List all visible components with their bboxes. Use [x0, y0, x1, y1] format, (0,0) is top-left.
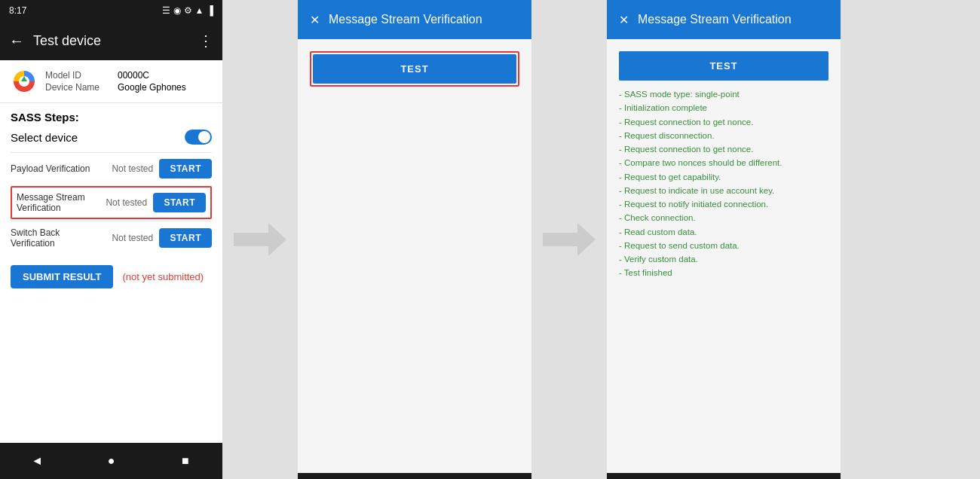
dialog-2-close-button[interactable]: ✕	[619, 13, 629, 27]
step-status-message-stream: Not tested	[106, 197, 147, 208]
sass-title: SASS Steps:	[11, 111, 212, 124]
nav-back-button[interactable]: ◄	[22, 446, 52, 476]
log-line: - Verify custom data.	[619, 253, 828, 266]
log-line: - Initialization complete	[619, 102, 828, 114]
arrow-1-container	[222, 0, 298, 479]
device-details: Model ID 00000C Device Name Google Gphon…	[45, 70, 186, 93]
phone-panel: 8:17 ☰ ◉ ⚙ ▲ ▐ ← Test device ⋮	[0, 0, 222, 479]
step-label-switch-back: Switch Back Verification	[11, 227, 106, 249]
test-btn-wrapper: TEST	[310, 51, 519, 87]
menu-button[interactable]: ⋮	[198, 32, 213, 50]
test-button-1[interactable]: TEST	[313, 54, 516, 84]
log-line: - Request to get capability.	[619, 171, 828, 184]
battery-icon: ▐	[207, 5, 213, 16]
dialog-2-bottom-bar	[607, 473, 841, 479]
log-line: - Request to notify initiated connection…	[619, 198, 828, 211]
step-label-message-stream: Message StreamVerification	[17, 192, 100, 213]
step-label-payload: Payload Verification	[11, 163, 106, 174]
sass-section: SASS Steps: Select device Payload Verifi…	[0, 103, 222, 296]
step-status-payload: Not tested	[112, 163, 153, 174]
device-name-value: Google Gphones	[118, 82, 186, 93]
start-button-switch-back[interactable]: START	[159, 228, 212, 248]
device-name-label: Device Name	[45, 82, 106, 93]
arrow-2-head	[577, 223, 596, 256]
dialog-2-panel: ✕ Message Stream Verification TEST - SAS…	[607, 0, 841, 479]
status-time: 8:17	[9, 5, 26, 16]
log-line: - Request to indicate in use account key…	[619, 185, 828, 197]
phone-nav: ◄ ● ■	[0, 443, 222, 479]
log-line: - Request to send custom data.	[619, 240, 828, 252]
dialog-1-body: TEST	[298, 39, 531, 473]
phone-content: Model ID 00000C Device Name Google Gphon…	[0, 60, 222, 443]
select-device-label: Select device	[11, 131, 78, 144]
log-lines: - SASS mode type: single-point- Initiali…	[619, 88, 828, 280]
step-row-switch-back: Switch Back Verification Not tested STAR…	[11, 221, 212, 255]
dialog-2-title: Message Stream Verification	[638, 13, 828, 26]
status-bar: 8:17 ☰ ◉ ⚙ ▲ ▐	[0, 0, 222, 21]
model-value: 00000C	[118, 70, 149, 81]
select-device-row: Select device	[11, 130, 212, 145]
nav-home-button[interactable]: ●	[96, 446, 126, 476]
log-line: - Request connection to get nonce.	[619, 116, 828, 129]
model-row: Model ID 00000C	[45, 70, 186, 81]
dialog-1-bottom-bar	[298, 473, 531, 479]
dialog-1-close-button[interactable]: ✕	[310, 13, 320, 27]
log-line: - Test finished	[619, 267, 828, 279]
log-line: - Request connection to get nonce.	[619, 143, 828, 156]
google-logo-icon	[11, 68, 38, 95]
settings-icon: ⚙	[184, 5, 192, 16]
step-status-switch-back: Not tested	[112, 233, 153, 243]
step-row-payload: Payload Verification Not tested START	[11, 152, 212, 185]
arrow-1-head	[268, 223, 286, 256]
main-layout: 8:17 ☰ ◉ ⚙ ▲ ▐ ← Test device ⋮	[0, 0, 980, 479]
dialog-2-body: TEST - SASS mode type: single-point- Ini…	[607, 39, 841, 473]
start-button-message-stream[interactable]: START	[153, 193, 206, 212]
test-button-2[interactable]: TEST	[619, 51, 828, 81]
dialog-1-header: ✕ Message Stream Verification	[298, 0, 531, 39]
arrow-2-body	[543, 233, 582, 246]
log-line: - SASS mode type: single-point	[619, 88, 828, 101]
step-row-message-stream: Message StreamVerification Not tested ST…	[11, 186, 212, 219]
location-icon: ◉	[173, 5, 181, 16]
dialog-2-header: ✕ Message Stream Verification	[607, 0, 841, 39]
dialog-1-title: Message Stream Verification	[329, 13, 519, 26]
dialog-1-panel: ✕ Message Stream Verification TEST	[298, 0, 531, 479]
arrow-1	[234, 223, 286, 256]
select-device-toggle[interactable]	[185, 130, 212, 145]
arrow-2	[543, 223, 596, 256]
log-line: - Check connection.	[619, 212, 828, 224]
device-info: Model ID 00000C Device Name Google Gphon…	[0, 60, 222, 103]
name-row: Device Name Google Gphones	[45, 82, 186, 93]
wifi-icon: ▲	[195, 5, 204, 16]
app-bar: ← Test device ⋮	[0, 21, 222, 60]
log-line: - Request disconnection.	[619, 130, 828, 142]
log-line: - Read custom data.	[619, 226, 828, 239]
nav-recents-button[interactable]: ■	[170, 446, 201, 476]
start-button-payload[interactable]: START	[159, 159, 212, 178]
submit-result-button[interactable]: SUBMIT RESULT	[11, 265, 113, 288]
status-icons: ☰ ◉ ⚙ ▲ ▐	[162, 5, 213, 16]
submit-row: SUBMIT RESULT (not yet submitted)	[11, 265, 212, 288]
back-button[interactable]: ←	[9, 32, 24, 50]
notification-icon: ☰	[162, 5, 170, 16]
arrow-1-body	[234, 233, 273, 246]
app-bar-title: Test device	[33, 33, 189, 49]
not-submitted-label: (not yet submitted)	[122, 271, 204, 282]
model-label: Model ID	[45, 70, 106, 81]
log-line: - Compare two nonces should be different…	[619, 157, 828, 169]
arrow-2-container	[531, 0, 607, 479]
